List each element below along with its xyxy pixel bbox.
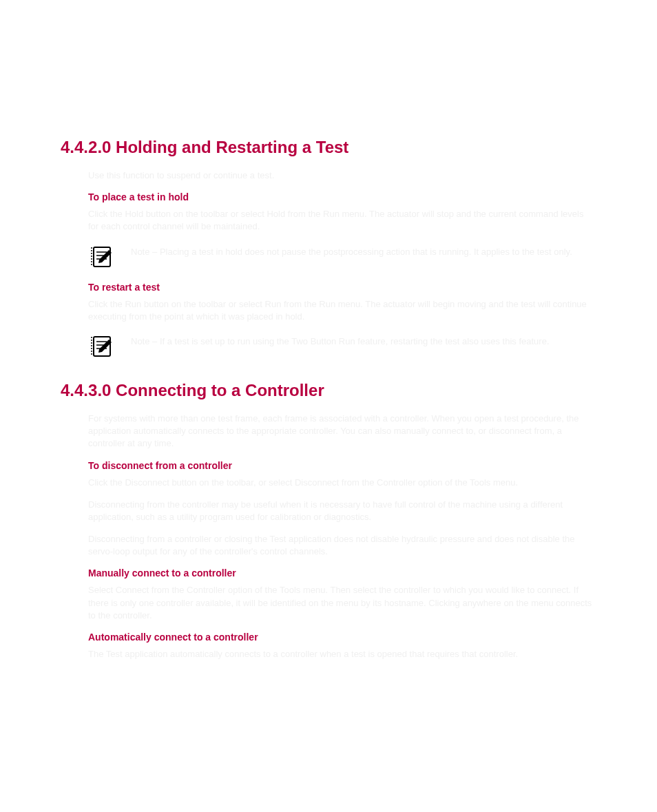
note-text: Note – Placing a test in hold does not p…: [131, 246, 572, 258]
subheading-manual-connect: Manually connect to a controller: [88, 568, 596, 579]
section-heading-connecting: 4.4.3.0 Connecting to a Controller: [61, 381, 596, 400]
note-icon: [88, 335, 114, 359]
auto-body: The Test application automatically conne…: [88, 648, 596, 660]
section-intro: Use this function to suspend or continue…: [88, 169, 596, 182]
disconnect-body-3: Disconnecting from a controller or closi…: [88, 533, 596, 558]
note-text: Note – If a test is set up to run using …: [131, 335, 550, 348]
restart-body: Click the Run button on the toolbar or s…: [88, 298, 596, 323]
note-icon: [88, 246, 114, 269]
hold-body: Click the Hold button on the toolbar or …: [88, 208, 596, 233]
section-heading-holding: 4.4.2.0 Holding and Restarting a Test: [61, 138, 596, 157]
subheading-restart: To restart a test: [88, 282, 596, 293]
subheading-disconnect: To disconnect from a controller: [88, 460, 596, 471]
note-hold: Note – Placing a test in hold does not p…: [88, 246, 596, 269]
manual-body: Select Connect from the Controller optio…: [88, 584, 596, 622]
section-intro-2: For systems with more than one test fram…: [88, 413, 596, 450]
disconnect-body-1: Click the Disconnect button on the toolb…: [88, 477, 596, 489]
subheading-auto-connect: Automatically connect to a controller: [88, 632, 596, 643]
note-restart: Note – If a test is set up to run using …: [88, 335, 596, 359]
subheading-hold: To place a test in hold: [88, 191, 596, 202]
disconnect-body-2: Disconnecting from the controller may be…: [88, 499, 596, 523]
document-page: 4.4.2.0 Holding and Restarting a Test Us…: [0, 0, 657, 711]
